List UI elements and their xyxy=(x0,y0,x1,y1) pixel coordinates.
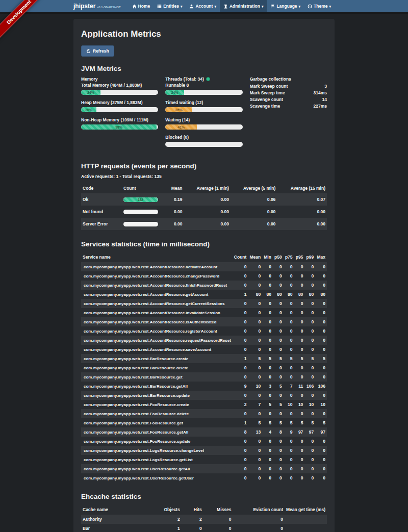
service-count-cell: 1 xyxy=(233,418,248,427)
nav-item-theme[interactable]: Theme ▾ xyxy=(304,0,335,12)
progress-track: 20% xyxy=(81,107,158,112)
col-header-hits: Hits xyxy=(182,504,203,515)
memory-metric: Heap Memory (375M / 1,883M) 20% xyxy=(81,100,158,112)
service-max-cell: 0 xyxy=(315,345,327,354)
service-max-cell: 0 xyxy=(315,363,327,372)
metric-label: Runnable 8 xyxy=(165,83,242,88)
progress-track xyxy=(123,222,158,226)
service-p99-cell: 106 xyxy=(304,382,315,391)
service-p95-cell: 5 xyxy=(294,354,305,363)
nav-item-entities[interactable]: Entities ▾ xyxy=(154,0,186,12)
service-count-cell: 0 xyxy=(233,363,248,372)
service-p95-cell: 0 xyxy=(294,326,305,336)
gc-label: Scavenge time xyxy=(250,104,280,109)
brand-name: jhipster xyxy=(73,3,95,10)
nav-item-administration[interactable]: Administration ▾ xyxy=(220,0,267,12)
http-requests-table: Code Count Mean Average (1 min) Average … xyxy=(81,183,327,230)
service-p95-cell: 0 xyxy=(294,299,305,308)
service-max-cell: 0 xyxy=(315,446,327,455)
service-p95-cell: 0 xyxy=(294,336,305,345)
http-avg5-cell: 0.00 xyxy=(231,206,277,218)
service-count-cell: 0 xyxy=(233,345,248,354)
nav-item-home[interactable]: Home xyxy=(129,0,154,12)
cache-mean-get-time-cell xyxy=(285,515,327,524)
service-max-cell: 0 xyxy=(315,262,327,271)
service-p95-cell: 80 xyxy=(294,290,305,299)
thread-metric: Runnable 8 24% xyxy=(165,83,242,95)
service-p50-cell: 0 xyxy=(273,317,284,326)
service-p75-cell: 5 xyxy=(284,354,294,363)
refresh-icon xyxy=(86,49,91,54)
service-table-row: com.mycompany.myapp.web.rest.LogsResourc… xyxy=(81,446,327,455)
brand-version: v0.1-SNAPSHOT xyxy=(97,6,120,9)
service-min-cell: 0 xyxy=(262,308,273,317)
service-p75-cell: 9 xyxy=(284,427,294,437)
service-p95-cell: 0 xyxy=(294,308,305,317)
service-name-cell: com.mycompany.myapp.web.rest.AccountReso… xyxy=(81,308,233,317)
service-p75-cell: 0 xyxy=(284,262,294,271)
service-count-cell: 0 xyxy=(233,317,248,326)
service-count-cell: 0 xyxy=(233,446,248,455)
thread-dump-eye-icon[interactable] xyxy=(206,77,210,81)
service-mean-cell: 0 xyxy=(248,299,262,308)
service-max-cell: 0 xyxy=(315,464,327,473)
service-mean-cell: 5 xyxy=(248,354,262,363)
service-name-cell: com.mycompany.myapp.web.rest.UserResourc… xyxy=(81,464,233,473)
nav-item-language[interactable]: Language ▾ xyxy=(267,0,304,12)
progress-track xyxy=(123,210,158,214)
gc-row: Scavenge time 227ms xyxy=(250,103,327,109)
threads-heading: Threads (Total: 34) xyxy=(165,77,203,82)
metric-label: Timed waiting (12) xyxy=(165,100,242,105)
service-max-cell: 106 xyxy=(315,382,327,391)
service-name-cell: com.mycompany.myapp.web.rest.AccountReso… xyxy=(81,345,233,354)
col-header-code: Code xyxy=(81,183,122,193)
cache-eviction-cell: 0 xyxy=(233,515,285,524)
service-mean-cell: 0 xyxy=(248,464,262,473)
service-p75-cell: 0 xyxy=(284,336,294,345)
memory-metric: Non-Heap Memory (109M / 111M) 98% xyxy=(81,117,158,130)
gc-label: Scavenge count xyxy=(250,97,283,102)
cache-misses-cell: 0 xyxy=(203,515,233,524)
service-table-row: com.mycompany.myapp.web.rest.UserResourc… xyxy=(81,473,327,483)
service-min-cell: 0 xyxy=(262,336,273,345)
service-table-row: com.mycompany.myapp.web.rest.AccountReso… xyxy=(81,299,327,308)
service-table-row: com.mycompany.myapp.web.rest.BarResource… xyxy=(81,372,327,382)
service-p95-cell: 0 xyxy=(294,409,305,418)
service-p50-cell: 0 xyxy=(273,409,284,418)
progress-track: 35% xyxy=(165,107,242,112)
service-count-cell: 0 xyxy=(233,262,248,271)
service-min-cell: 0 xyxy=(262,464,273,473)
service-mean-cell: 5 xyxy=(248,418,262,427)
service-p75-cell: 0 xyxy=(284,281,294,290)
service-p95-cell: 0 xyxy=(294,271,305,281)
service-p99-cell: 0 xyxy=(304,455,315,464)
service-mean-cell: 0 xyxy=(248,345,262,354)
cache-misses-cell: 0 xyxy=(203,524,233,532)
service-name-cell: com.mycompany.myapp.web.rest.AccountReso… xyxy=(81,262,233,271)
service-max-cell: 0 xyxy=(315,336,327,345)
nav-label: Language xyxy=(276,4,297,9)
service-p75-cell: 0 xyxy=(284,437,294,446)
service-p99-cell: 0 xyxy=(304,271,315,281)
brand-link[interactable]: jhipster v0.1-SNAPSHOT xyxy=(73,3,121,10)
service-min-cell: 80 xyxy=(262,290,273,299)
nav-item-account[interactable]: Account ▾ xyxy=(186,0,220,12)
service-p75-cell: 0 xyxy=(284,326,294,336)
service-count-cell: 1 xyxy=(233,290,248,299)
service-min-cell: 0 xyxy=(262,473,273,483)
progress-track: 98% xyxy=(81,124,158,130)
service-count-cell: 0 xyxy=(233,473,248,483)
service-name-cell: com.mycompany.myapp.web.rest.FooResource… xyxy=(81,400,233,409)
service-name-cell: com.mycompany.myapp.web.rest.AccountReso… xyxy=(81,271,233,281)
service-table-row: com.mycompany.myapp.web.rest.AccountReso… xyxy=(81,271,327,281)
service-min-cell: 3 xyxy=(262,382,273,391)
service-table-row: com.mycompany.myapp.web.rest.LogsResourc… xyxy=(81,455,327,464)
cache-name-cell: Authority xyxy=(81,515,154,524)
refresh-button[interactable]: Refresh xyxy=(81,45,114,57)
service-p50-cell: 0 xyxy=(273,345,284,354)
metrics-panel: Application Metrics Refresh JVM Metrics … xyxy=(73,19,335,532)
table-header-row: Code Count Mean Average (1 min) Average … xyxy=(81,183,327,193)
col-header-mean-get-time: Mean get time (ms) xyxy=(285,504,327,515)
service-p95-cell: 0 xyxy=(294,281,305,290)
service-table-row: com.mycompany.myapp.web.rest.FooResource… xyxy=(81,418,327,427)
